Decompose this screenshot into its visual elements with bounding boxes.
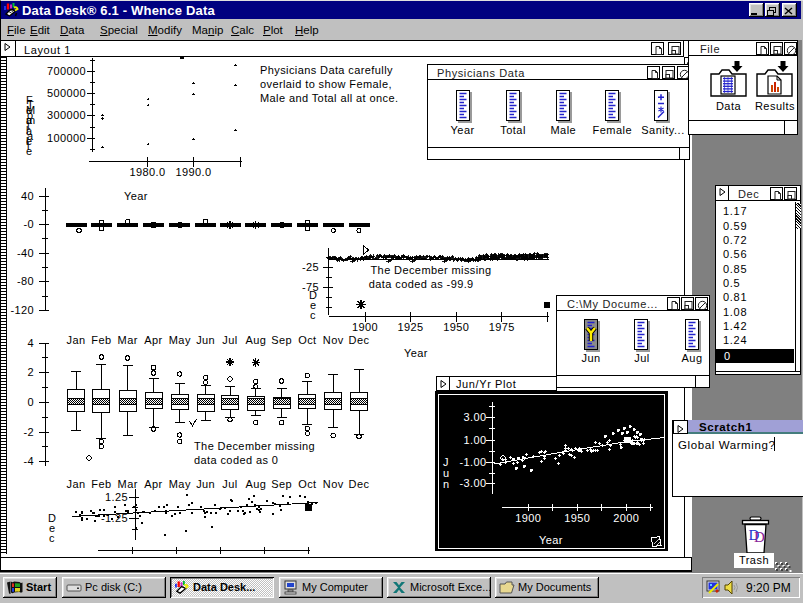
svg-text:D: D (754, 529, 765, 545)
svg-text:2000: 2000 (613, 512, 639, 524)
svg-text:-3.00: -3.00 (459, 477, 486, 489)
svg-text:Year: Year (539, 534, 563, 546)
svg-text:1.00: 1.00 (463, 434, 486, 446)
svg-text:1950: 1950 (564, 512, 590, 524)
svg-text:3.00: 3.00 (463, 411, 486, 423)
svg-text:n: n (443, 478, 449, 490)
svg-text:1900: 1900 (515, 512, 541, 524)
svg-text:-1.00: -1.00 (459, 456, 486, 468)
